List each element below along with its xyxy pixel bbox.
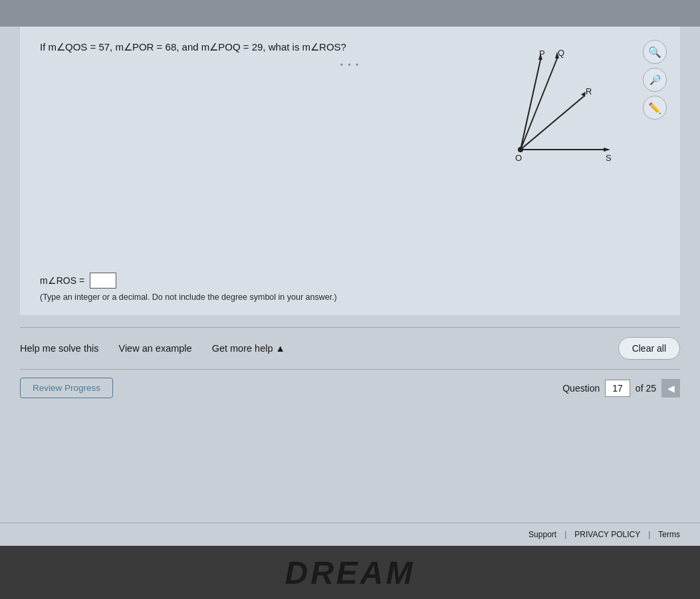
answer-section: m∠ROS = (Type an integer or a decimal. D… xyxy=(20,266,680,315)
zoom-in-button[interactable]: 🔍 xyxy=(643,40,667,64)
help-me-solve-link[interactable]: Help me solve this xyxy=(20,343,98,354)
answer-label: m∠ROS = xyxy=(40,275,84,286)
main-content: If m∠QOS = 57, m∠POR = 68, and m∠POQ = 2… xyxy=(0,27,700,523)
svg-text:Q: Q xyxy=(558,48,564,58)
angle-diagram: P Q R O S xyxy=(481,47,614,173)
terms-link[interactable]: Terms xyxy=(658,530,680,539)
of-label: of 25 xyxy=(636,383,656,394)
bottom-image-bar: DREAM xyxy=(0,546,700,599)
current-question-number: 17 xyxy=(605,380,630,397)
footer-sep-2: | xyxy=(648,530,650,539)
answer-hint: (Type an integer or a decimal. Do not in… xyxy=(40,293,660,302)
footer-bar: Support | PRIVACY POLICY | Terms xyxy=(0,523,700,546)
review-progress-button[interactable]: Review Progress xyxy=(20,378,113,398)
svg-text:P: P xyxy=(539,49,545,59)
get-more-help-link[interactable]: Get more help ▲ xyxy=(212,343,285,354)
pagination: Question 17 of 25 ◀ xyxy=(562,379,680,398)
prev-question-button[interactable]: ◀ xyxy=(661,379,680,398)
help-buttons-left: Help me solve this View an example Get m… xyxy=(20,343,285,354)
svg-text:R: R xyxy=(586,86,592,96)
question-text: If m∠QOS = 57, m∠POR = 68, and m∠POQ = 2… xyxy=(40,40,492,55)
edit-button[interactable]: ✏️ xyxy=(643,96,667,120)
view-example-link[interactable]: View an example xyxy=(118,343,191,354)
privacy-policy-link[interactable]: PRIVACY POLICY xyxy=(574,530,640,539)
help-buttons-row: Help me solve this View an example Get m… xyxy=(0,328,700,369)
support-link[interactable]: Support xyxy=(528,530,556,539)
answer-row: m∠ROS = xyxy=(40,273,660,289)
svg-marker-2 xyxy=(604,148,610,152)
zoom-out-button[interactable]: 🔎 xyxy=(643,68,667,92)
svg-line-5 xyxy=(521,59,557,150)
clear-all-button[interactable]: Clear all xyxy=(618,337,680,360)
answer-input[interactable] xyxy=(90,273,116,289)
top-bar xyxy=(0,0,700,27)
question-panel: If m∠QOS = 57, m∠POR = 68, and m∠POQ = 2… xyxy=(20,27,680,266)
svg-text:O: O xyxy=(515,153,522,163)
footer-sep-1: | xyxy=(564,530,566,539)
bottom-bar: Review Progress Question 17 of 25 ◀ xyxy=(0,370,700,406)
question-label: Question xyxy=(562,383,600,394)
dream-text: DREAM xyxy=(285,554,415,591)
diagram-area: P Q R O S xyxy=(481,47,627,180)
icon-buttons: 🔍 🔎 ✏️ xyxy=(643,40,667,120)
svg-text:S: S xyxy=(606,153,612,163)
